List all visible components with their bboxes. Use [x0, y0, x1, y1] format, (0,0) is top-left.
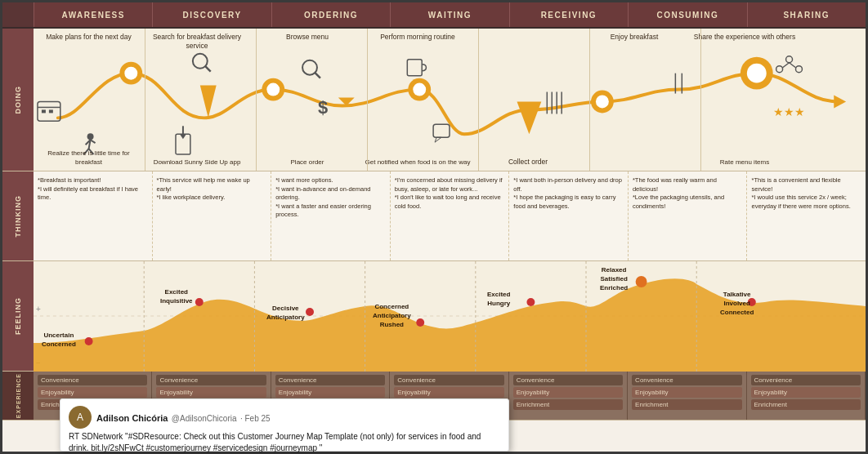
- svg-rect-35: [433, 124, 450, 137]
- header-row: AWARENESS DISCOVERY ORDERING WAITING REC…: [2, 2, 866, 29]
- svg-line-33: [315, 73, 320, 78]
- exp-item-convenience-6: Convenience: [632, 375, 741, 385]
- doing-text-ordering-bottom: Place order: [254, 158, 360, 167]
- header-stage-consuming: CONSUMING: [628, 2, 746, 27]
- svg-point-14: [596, 96, 609, 109]
- tweet-meta: Adilson Chicória @AdilsonChicoria · Feb …: [96, 410, 271, 425]
- doing-text-awareness-top: Make plans for the next day: [34, 33, 140, 42]
- header-stage-receiving: RECEIVING: [509, 2, 628, 27]
- thinking-label: THINKING: [2, 171, 34, 260]
- svg-point-55: [306, 308, 314, 316]
- thinking-cell-awareness: *Breakfast is important! *I will definit…: [34, 171, 153, 260]
- tweet-date: · Feb 25: [240, 414, 271, 423]
- svg-text:$: $: [318, 97, 328, 118]
- svg-text:+: +: [36, 305, 41, 314]
- exp-item-enjoyability-3: Enjoyability: [275, 387, 385, 398]
- feeling-row: FEELING + −: [2, 261, 866, 372]
- doing-content: $: [34, 29, 866, 171]
- svg-point-15: [747, 64, 767, 83]
- exp-item-enjoyability-1: Enjoyability: [38, 387, 147, 398]
- doing-text-awareness-bottom: Realize there is little time for breakfa…: [34, 149, 140, 167]
- svg-line-46: [783, 63, 790, 68]
- thinking-cell-discovery: *This service will help me wake up early…: [153, 171, 272, 260]
- tweet-avatar: A: [69, 406, 92, 429]
- doing-text-receiving: Collect order: [475, 158, 581, 167]
- doing-row: DOING: [2, 29, 866, 171]
- feeling-label-discovery: Excited Inquisitive: [160, 287, 193, 305]
- exp-item-enrichment-5: Enrichment: [513, 399, 623, 410]
- exp-item-enrichment-6: Enrichment: [632, 399, 741, 410]
- svg-point-57: [526, 298, 535, 306]
- experience-cell-sharing: Convenience Enjoyability Enrichment: [747, 372, 866, 420]
- thinking-cell-consuming: *The food was really warm and delicious!…: [629, 171, 748, 260]
- feeling-label-receiving: Excited Hungry: [487, 290, 510, 308]
- experience-label: EXPERIENCE: [2, 372, 34, 420]
- feeling-label-sharing: Talkative Involved Connected: [720, 290, 754, 318]
- svg-line-47: [790, 63, 796, 68]
- svg-rect-34: [407, 60, 422, 76]
- svg-point-13: [413, 83, 426, 96]
- header-stage-discovery: DISCOVERY: [152, 2, 271, 27]
- thinking-cell-receiving: *I want both in-person delivery and drop…: [509, 171, 629, 260]
- doing-text-ordering-top: Browse menu: [254, 33, 360, 42]
- thinking-cell-sharing: *This is a convenient and flexible servi…: [747, 171, 866, 260]
- svg-line-27: [205, 66, 211, 72]
- tweet-overlay: A Adilson Chicória @AdilsonChicoria · Fe…: [60, 398, 509, 452]
- doing-text-sharing-top: Share the experience with others: [687, 33, 802, 42]
- doing-text-waiting-bottom: Get notified when food is on the way: [360, 158, 475, 167]
- main-container: AWARENESS DISCOVERY ORDERING WAITING REC…: [0, 0, 868, 454]
- feeling-label: FEELING: [2, 261, 34, 371]
- experience-cell-consuming: Convenience Enjoyability Enrichment: [628, 372, 746, 420]
- tweet-handle: @AdilsonChicoria: [172, 414, 237, 423]
- doing-text-discovery-top: Search for breakfast delivery service: [144, 33, 250, 51]
- feeling-label-consuming: Relaxed Satisfied Enriched: [600, 265, 628, 293]
- svg-marker-30: [180, 134, 186, 139]
- exp-item-enjoyability-4: Enjoyability: [394, 387, 503, 398]
- exp-item-convenience-1: Convenience: [38, 375, 147, 385]
- doing-text-consuming: Enjoy breakfast: [581, 33, 687, 42]
- exp-item-convenience-7: Convenience: [751, 375, 861, 385]
- exp-item-enrichment-7: Enrichment: [751, 399, 861, 410]
- thinking-cells: *Breakfast is important! *I will definit…: [34, 171, 866, 260]
- exp-item-convenience-5: Convenience: [513, 375, 623, 385]
- exp-item-enjoyability-2: Enjoyability: [156, 387, 266, 398]
- experience-label-text: EXPERIENCE: [16, 373, 21, 418]
- svg-marker-5: [834, 96, 846, 109]
- svg-marker-36: [435, 137, 441, 142]
- thinking-cell-ordering: *I want more options. *I want in-advance…: [271, 171, 391, 260]
- svg-point-45: [796, 66, 803, 73]
- header-stage-ordering: ORDERING: [271, 2, 390, 27]
- header-stage-sharing: SHARING: [747, 2, 866, 27]
- exp-item-enjoyability-6: Enjoyability: [632, 387, 741, 398]
- thinking-row: THINKING *Breakfast is important! *I wil…: [2, 171, 866, 261]
- svg-point-54: [195, 298, 204, 306]
- feeling-label-awareness: Uncertain Concerned: [42, 331, 76, 349]
- svg-text:★★★: ★★★: [773, 105, 805, 118]
- doing-text-discovery-bottom: Download Sunny Side Up app: [144, 158, 250, 167]
- doing-text-waiting-top: Perform morning routine: [360, 33, 475, 42]
- svg-point-58: [636, 276, 647, 287]
- svg-rect-18: [42, 109, 46, 113]
- doing-text-sharing-bottom: Rate menu items: [687, 158, 802, 167]
- exp-item-convenience-3: Convenience: [275, 375, 385, 385]
- doing-label: DOING: [2, 29, 34, 171]
- exp-item-convenience-4: Convenience: [394, 375, 503, 385]
- svg-point-12: [266, 83, 280, 96]
- tweet-header: A Adilson Chicória @AdilsonChicoria · Fe…: [69, 406, 500, 429]
- svg-point-11: [124, 67, 137, 80]
- thinking-cell-waiting: *I'm concerned about missing delivery if…: [391, 171, 510, 260]
- header-label-col: [2, 2, 34, 27]
- tweet-name: Adilson Chicória: [96, 413, 168, 423]
- experience-cell-receiving: Convenience Enjoyability Enrichment: [509, 372, 628, 420]
- svg-point-53: [85, 337, 93, 345]
- svg-rect-19: [49, 109, 53, 113]
- content-area: DOING: [2, 29, 866, 452]
- svg-point-20: [87, 133, 94, 140]
- svg-point-56: [416, 318, 424, 327]
- svg-marker-2: [517, 101, 542, 134]
- svg-marker-0: [200, 86, 217, 118]
- feeling-label-ordering: Decisive Anticipatory: [266, 304, 305, 322]
- svg-point-43: [786, 56, 793, 63]
- feeling-label-waiting: Concerned Anticipatory Rushed: [373, 302, 411, 330]
- svg-point-44: [776, 66, 783, 73]
